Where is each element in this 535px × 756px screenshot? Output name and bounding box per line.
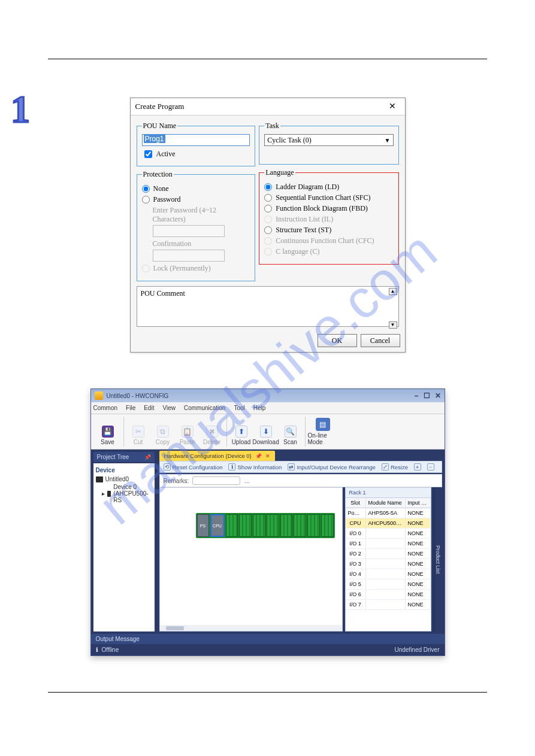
cell-module: [366, 569, 406, 579]
language-cfc-radio: [264, 237, 272, 245]
remarks-input[interactable]: [192, 476, 240, 485]
ribbon-upload[interactable]: ⬆ Upload: [229, 424, 253, 447]
table-row[interactable]: CPUAHCPU500-R…NONE: [346, 518, 431, 529]
ok-button[interactable]: OK: [318, 334, 357, 347]
close-window-icon[interactable]: ✕: [435, 391, 441, 400]
language-fbd-label: Function Block Diagram (FBD): [276, 204, 368, 213]
io-slot-5[interactable]: [294, 514, 306, 537]
confirmation-input[interactable]: [153, 250, 225, 262]
scrollbar-thumb[interactable]: [166, 626, 184, 630]
tab-close-icon[interactable]: ✕: [265, 453, 270, 459]
rack-table: Rack 1 Slot Module Name Input Device… Po…: [345, 487, 431, 631]
close-icon[interactable]: ✕: [385, 101, 400, 113]
cell-module: [366, 590, 406, 599]
divider-top: [48, 59, 487, 59]
power-module[interactable]: PS: [197, 514, 209, 537]
pou-comment-box[interactable]: POU Comment ▲ ▼: [137, 286, 399, 327]
project-tree-panel: Project Tree 📌 Device Untitled0 ▸ Device…: [91, 450, 157, 634]
menu-edit[interactable]: Edit: [144, 405, 154, 411]
paste-icon: 📋: [182, 426, 194, 438]
tree-root-item[interactable]: Untitled0: [96, 476, 152, 482]
tab-pin-icon[interactable]: 📌: [255, 453, 262, 459]
table-row[interactable]: I/O 0NONE: [346, 529, 431, 539]
language-fbd[interactable]: Function Block Diagram (FBD): [264, 204, 393, 213]
protection-password-radio[interactable]: [142, 196, 150, 204]
task-dropdown[interactable]: Cyclic Task (0) ▼: [264, 134, 393, 146]
menu-common[interactable]: Common: [93, 405, 118, 411]
cpu-module[interactable]: CPU: [210, 514, 225, 537]
menu-help[interactable]: Help: [253, 405, 266, 411]
tree-child-item[interactable]: ▸ Device 0 (AHCPU500-RS: [102, 484, 152, 503]
pin-icon[interactable]: 📌: [144, 454, 151, 460]
language-ld[interactable]: Ladder Diagram (LD): [264, 183, 393, 192]
output-message-header[interactable]: Output Message: [91, 634, 445, 644]
io-slot-7[interactable]: [321, 514, 334, 537]
io-slot-0[interactable]: [226, 514, 238, 537]
cell-device: NONE: [406, 559, 431, 569]
hw-config-tab[interactable]: Hardware Configuration (Device 0) 📌 ✕: [159, 451, 275, 461]
comment-spin-down-icon[interactable]: ▼: [389, 321, 397, 329]
active-checkbox-row[interactable]: Active: [142, 148, 250, 160]
language-sfc-radio[interactable]: [264, 194, 272, 202]
resize-button[interactable]: ⤢ Resize: [382, 463, 408, 470]
language-ld-radio[interactable]: [264, 183, 272, 191]
table-row[interactable]: I/O 3NONE: [346, 559, 431, 569]
table-row[interactable]: I/O 6NONE: [346, 590, 431, 600]
minimize-icon[interactable]: –: [415, 391, 419, 400]
ribbon-save[interactable]: 💾 Save: [95, 424, 121, 447]
language-sfc[interactable]: Sequential Function Chart (SFC): [264, 193, 393, 202]
io-slot-4[interactable]: [280, 514, 293, 537]
folder-icon: [96, 476, 103, 482]
menu-tool[interactable]: Tool: [234, 405, 244, 411]
expand-icon[interactable]: ▸: [102, 490, 105, 497]
table-row[interactable]: I/O 1NONE: [346, 539, 431, 549]
protection-legend: Protection: [142, 170, 174, 179]
protection-none[interactable]: None: [142, 184, 250, 193]
protection-password[interactable]: Password: [142, 195, 250, 204]
remarks-label: Remarks:: [164, 478, 189, 484]
table-row[interactable]: I/O 4NONE: [346, 569, 431, 579]
pou-name-input[interactable]: Prog1: [142, 134, 250, 146]
io-slot-3[interactable]: [267, 514, 279, 537]
language-legend: Language: [264, 168, 295, 177]
table-row[interactable]: PowerAHPS05-5ANONE: [346, 508, 431, 518]
language-st-radio[interactable]: [264, 226, 272, 234]
menu-view[interactable]: View: [162, 405, 176, 411]
protection-none-label: None: [153, 184, 169, 193]
comment-spin-up-icon[interactable]: ▲: [389, 288, 397, 295]
active-checkbox[interactable]: [144, 150, 152, 158]
pou-name-label: POU Name: [142, 122, 178, 130]
ribbon-copy: ⧉ Copy: [151, 424, 175, 447]
protection-none-radio[interactable]: [142, 185, 150, 193]
ribbon-scan[interactable]: 🔍 Scan: [279, 424, 303, 447]
table-row[interactable]: I/O 5NONE: [346, 579, 431, 590]
table-row[interactable]: I/O 7NONE: [346, 600, 431, 610]
remarks-more-icon[interactable]: …: [244, 478, 250, 484]
product-list-badge[interactable]: Product List: [434, 487, 442, 631]
menu-file[interactable]: File: [126, 405, 135, 411]
language-il: Instruction List (IL): [264, 215, 393, 224]
show-information-button[interactable]: ℹ Show Information: [228, 463, 282, 470]
horizontal-scrollbar[interactable]: [160, 625, 342, 631]
reset-configuration-button[interactable]: ⟲ Reset Configuration: [164, 463, 223, 470]
password-input[interactable]: [153, 225, 225, 237]
ribbon-online-mode[interactable]: ▤ On-line Mode: [308, 417, 338, 447]
rack-canvas[interactable]: PS CPU: [159, 487, 343, 631]
maximize-icon[interactable]: ☐: [424, 391, 430, 400]
language-cfc: Continuous Function Chart (CFC): [264, 236, 393, 245]
language-fbd-radio[interactable]: [264, 205, 272, 212]
hw-ribbon: 💾 Save ✂ Cut ⧉ Copy 📋 Paste ✖ Delete: [91, 414, 445, 450]
io-slot-6[interactable]: [307, 514, 320, 537]
zoom-in-icon[interactable]: ＋: [414, 463, 421, 470]
io-slot-2[interactable]: [253, 514, 265, 537]
zoom-out-icon[interactable]: －: [427, 463, 434, 470]
ribbon-download[interactable]: ⬇ Download: [254, 424, 278, 447]
language-c-label: C language (C): [276, 247, 319, 256]
language-st[interactable]: Structure Text (ST): [264, 226, 393, 235]
cancel-button[interactable]: Cancel: [361, 334, 400, 347]
cell-slot: I/O 4: [346, 569, 366, 579]
table-row[interactable]: I/O 2NONE: [346, 549, 431, 559]
io-rearrange-button[interactable]: ⇄ Input/Output Device Rearrange: [288, 463, 376, 470]
menu-communication[interactable]: Communication: [184, 405, 225, 411]
io-slot-1[interactable]: [239, 514, 252, 537]
